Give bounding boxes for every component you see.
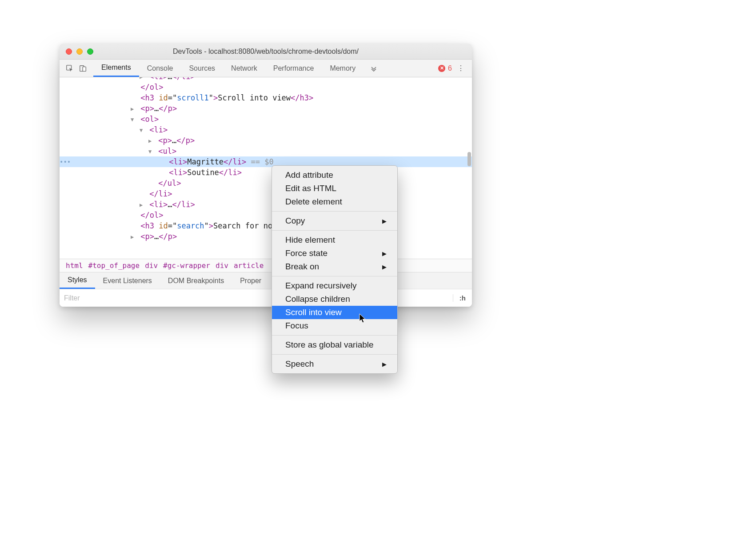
panel-tabs: Elements Console Sources Network Perform…	[93, 60, 364, 77]
submenu-arrow-icon: ▶	[382, 264, 387, 270]
sidebar-tabs: Styles Event Listeners DOM Breakpoints P…	[60, 272, 472, 289]
context-menu-separator	[272, 335, 397, 336]
dom-tree-line[interactable]: <h3 id="search">Search for node	[60, 220, 472, 231]
main-toolbar: Elements Console Sources Network Perform…	[60, 60, 472, 77]
context-menu-separator	[272, 354, 397, 355]
hover-toggle[interactable]: :h	[453, 294, 472, 302]
minimize-window-button[interactable]	[76, 48, 83, 55]
dom-tree-line[interactable]: <li>Soutine</li>	[60, 167, 472, 178]
styles-filter-row: :h	[60, 289, 472, 307]
dom-tree-line[interactable]: ▶ <li>…</li>	[60, 199, 472, 210]
context-menu-separator	[272, 276, 397, 276]
tab-performance[interactable]: Performance	[265, 60, 322, 77]
maximize-window-button[interactable]	[87, 48, 93, 55]
breadcrumb-item[interactable]: html	[63, 261, 86, 270]
context-menu: Add attributeEdit as HTMLDelete elementC…	[272, 165, 398, 374]
breadcrumb-item[interactable]: div	[213, 261, 231, 270]
context-menu-item[interactable]: Store as global variable	[272, 338, 397, 352]
kebab-menu-icon[interactable]: ⋮	[455, 64, 467, 72]
selection-dots-icon: •••	[60, 156, 68, 167]
context-menu-item[interactable]: Break on▶	[272, 260, 397, 273]
context-menu-item[interactable]: Force state▶	[272, 247, 397, 260]
dom-tree-line[interactable]: ▶ <p>…</p>	[60, 135, 472, 146]
dom-tree-line[interactable]: ▼ <ol>	[60, 114, 472, 124]
tab-dom-breakpoints[interactable]: DOM Breakpoints	[160, 272, 232, 289]
context-menu-item[interactable]: Delete element	[272, 195, 397, 208]
dom-tree-line[interactable]: </li>	[60, 188, 472, 199]
dom-tree-line[interactable]: ••• <li>Magritte</li> == $0	[60, 156, 472, 167]
svg-rect-2	[83, 67, 86, 71]
inspect-element-icon[interactable]	[63, 64, 76, 72]
submenu-arrow-icon: ▶	[382, 250, 387, 257]
error-count[interactable]: 6	[448, 64, 452, 72]
tab-network[interactable]: Network	[223, 60, 265, 77]
context-menu-item[interactable]: Add attribute	[272, 168, 397, 182]
breadcrumb-item[interactable]: #top_of_page	[86, 261, 143, 270]
tab-console[interactable]: Console	[139, 60, 181, 77]
dom-tree-line[interactable]: </ol>	[60, 82, 472, 92]
breadcrumb-item[interactable]: article	[231, 261, 266, 270]
elements-tree[interactable]: ▶ <li>…</li> </ol> <h3 id="scroll1">Scro…	[60, 77, 472, 259]
submenu-arrow-icon: ▶	[382, 218, 387, 224]
dom-tree-line[interactable]: ▶ <p>…</p>	[60, 231, 472, 242]
devtools-window: DevTools - localhost:8080/web/tools/chro…	[60, 44, 472, 307]
breadcrumb-item[interactable]: div	[142, 261, 160, 270]
tab-sources[interactable]: Sources	[181, 60, 223, 77]
context-menu-item[interactable]: Copy▶	[272, 214, 397, 228]
breadcrumb-item[interactable]: #gc-wrapper	[160, 261, 213, 270]
scrollbar-thumb[interactable]	[467, 152, 471, 166]
context-menu-item[interactable]: Collapse children	[272, 292, 397, 306]
close-window-button[interactable]	[66, 48, 72, 55]
context-menu-item[interactable]: Speech▶	[272, 357, 397, 371]
context-menu-item[interactable]: Focus	[272, 319, 397, 332]
tab-elements[interactable]: Elements	[93, 60, 139, 77]
submenu-arrow-icon: ▶	[382, 361, 387, 368]
dom-tree-line[interactable]: ▶ <p>…</p>	[60, 103, 472, 114]
titlebar: DevTools - localhost:8080/web/tools/chro…	[60, 44, 472, 60]
window-title: DevTools - localhost:8080/web/tools/chro…	[60, 48, 472, 56]
dom-tree-line[interactable]: ▼ <ul>	[60, 146, 472, 156]
tab-event-listeners[interactable]: Event Listeners	[95, 272, 160, 289]
dom-breadcrumb: html #top_of_page div #gc-wrapper div ar…	[60, 259, 472, 272]
tab-memory[interactable]: Memory	[322, 60, 364, 77]
tab-properties[interactable]: Proper	[232, 272, 269, 289]
dom-tree-line[interactable]: </ol>	[60, 210, 472, 220]
context-menu-separator	[272, 230, 397, 231]
context-menu-item[interactable]: Hide element	[272, 233, 397, 247]
window-controls	[66, 48, 93, 55]
device-toolbar-icon[interactable]	[76, 64, 90, 72]
more-tabs-icon[interactable]	[366, 65, 381, 72]
error-badge-icon[interactable]: ✕	[438, 65, 445, 72]
context-menu-item[interactable]: Scroll into view	[272, 306, 397, 319]
dom-tree-line[interactable]: <h3 id="scroll1">Scroll into view</h3>	[60, 92, 472, 103]
dom-tree-line[interactable]: ▼ <li>	[60, 124, 472, 135]
context-menu-item[interactable]: Expand recursively	[272, 279, 397, 292]
dom-tree-line[interactable]: </ul>	[60, 178, 472, 188]
context-menu-separator	[272, 211, 397, 212]
context-menu-item[interactable]: Edit as HTML	[272, 182, 397, 195]
cursor-pointer-icon	[359, 313, 367, 324]
tab-styles[interactable]: Styles	[60, 272, 95, 289]
dom-tree-line[interactable]: ▶ <li>…</li>	[60, 77, 472, 82]
